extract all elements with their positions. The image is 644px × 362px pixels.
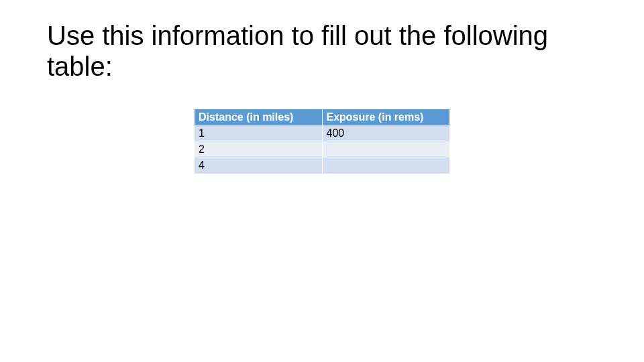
cell-distance: 4 — [195, 158, 322, 174]
col-header-distance: Distance (in miles) — [195, 109, 322, 125]
cell-exposure — [322, 141, 449, 158]
cell-distance: 2 — [195, 141, 322, 158]
page-title: Use this information to fill out the fol… — [47, 20, 597, 82]
cell-exposure — [322, 158, 449, 174]
cell-distance: 1 — [195, 125, 322, 141]
col-header-exposure: Exposure (in rems) — [322, 109, 449, 125]
table-row: 1 400 — [195, 125, 449, 141]
table-header-row: Distance (in miles) Exposure (in rems) — [195, 109, 449, 125]
data-table: Distance (in miles) Exposure (in rems) 1… — [195, 109, 449, 174]
cell-exposure: 400 — [322, 125, 449, 141]
table-row: 2 — [195, 141, 449, 158]
slide: Use this information to fill out the fol… — [0, 0, 644, 362]
table-row: 4 — [195, 158, 449, 174]
